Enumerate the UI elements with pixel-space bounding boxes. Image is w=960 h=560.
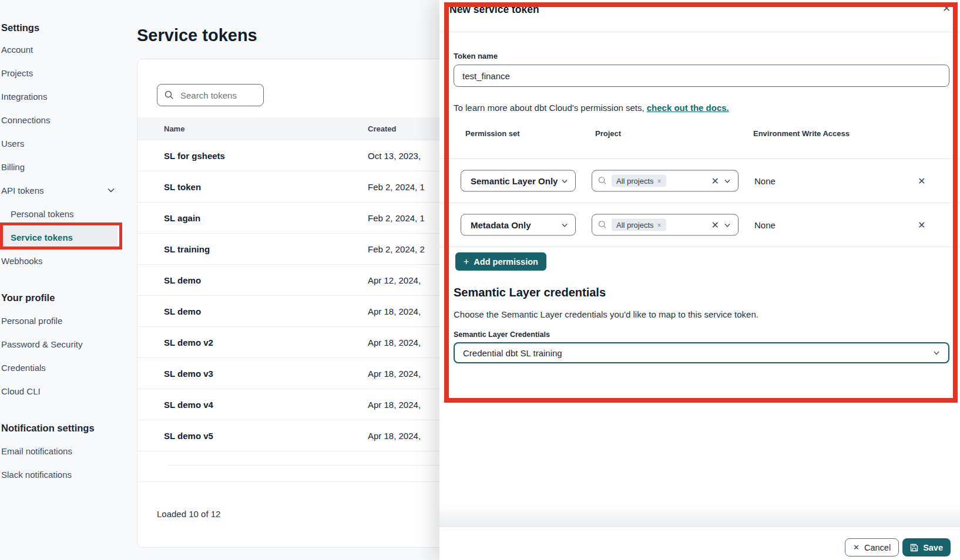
sidebar-heading-your-profile: Your profile <box>1 286 132 309</box>
docs-hint-text: To learn more about dbt Cloud's permissi… <box>454 103 645 113</box>
sidebar-item-api-tokens[interactable]: API tokens <box>1 178 132 202</box>
sidebar-heading-settings: Settings <box>1 18 132 38</box>
permission-row: Semantic Layer Only All projects × <box>439 159 960 203</box>
sidebar-item-slack-notifications[interactable]: Slack notifications <box>1 463 132 486</box>
column-header-name: Name <box>137 124 368 133</box>
permissions-header: Permission set Project Environment Write… <box>439 129 960 159</box>
token-name-cell: SL demo <box>137 275 368 285</box>
page-title: Service tokens <box>137 26 257 45</box>
new-service-token-drawer: New service token ✕ Token name To learn … <box>439 0 960 560</box>
drawer-footer: ✕ Cancel Save <box>439 527 960 560</box>
environment-write-access-value: None <box>754 220 776 230</box>
environment-write-access-value: None <box>754 176 776 186</box>
drawer-header: New service token ✕ <box>439 0 960 32</box>
token-name-field[interactable] <box>454 65 949 87</box>
sidebar-item-email-notifications[interactable]: Email notifications <box>1 439 132 463</box>
chevron-down-icon <box>561 177 568 184</box>
token-name-cell: SL demo v3 <box>137 369 368 379</box>
token-name-cell: SL demo <box>137 306 368 316</box>
save-icon <box>910 544 918 552</box>
plus-icon: + <box>464 257 469 267</box>
search-icon <box>598 177 607 185</box>
project-chip-label: All projects <box>616 221 654 230</box>
screen: Settings Account Projects Integrations C… <box>0 0 960 560</box>
sidebar-heading-notification-settings: Notification settings <box>1 417 132 439</box>
project-chip[interactable]: All projects × <box>612 175 666 187</box>
project-combobox[interactable]: All projects × ✕ <box>592 170 739 192</box>
permission-set-select[interactable]: Semantic Layer Only <box>461 170 576 192</box>
sidebar-item-account[interactable]: Account <box>1 38 132 61</box>
cancel-button[interactable]: ✕ Cancel <box>845 538 899 556</box>
sidebar-item-connections[interactable]: Connections <box>1 108 132 131</box>
add-permission-label: Add permission <box>474 257 538 266</box>
close-icon: ✕ <box>853 543 860 552</box>
footer-scroll-shadow <box>439 504 960 527</box>
add-permission-button[interactable]: + Add permission <box>455 252 546 271</box>
search-icon <box>165 90 174 100</box>
remove-permission-icon[interactable]: ✕ <box>918 176 925 187</box>
chevron-down-icon <box>107 186 115 194</box>
chip-remove-icon[interactable]: × <box>657 221 662 229</box>
chevron-down-icon <box>724 221 731 228</box>
chevron-down-icon <box>933 349 940 356</box>
sidebar-item-webhooks[interactable]: Webhooks <box>1 249 132 272</box>
sidebar-item-cloud-cli[interactable]: Cloud CLI <box>1 379 132 403</box>
clear-selection-icon[interactable]: ✕ <box>711 176 719 187</box>
permission-row: Metadata Only All projects × <box>439 203 960 247</box>
project-combobox[interactable]: All projects × ✕ <box>592 214 739 236</box>
token-name-cell: SL demo v4 <box>137 400 368 410</box>
sidebar-item-credentials[interactable]: Credentials <box>1 356 132 379</box>
token-name-label: Token name <box>454 52 960 60</box>
credential-value: Credential dbt SL training <box>463 348 562 358</box>
save-button[interactable]: Save <box>902 538 951 556</box>
permission-set-value: Semantic Layer Only <box>471 176 558 186</box>
permission-set-select[interactable]: Metadata Only <box>461 214 576 236</box>
sidebar-item-personal-tokens[interactable]: Personal tokens <box>1 202 132 225</box>
project-chip-label: All projects <box>616 177 654 185</box>
token-name-cell: SL demo v2 <box>137 338 368 348</box>
token-name-cell: SL for gsheets <box>137 151 368 161</box>
sidebar-item-service-tokens[interactable]: Service tokens <box>1 225 118 249</box>
search-tokens-input[interactable] <box>179 90 252 101</box>
search-icon <box>598 221 607 230</box>
docs-link[interactable]: check out the docs. <box>647 103 729 113</box>
sidebar-item-projects[interactable]: Projects <box>1 61 132 85</box>
chevron-down-icon <box>724 177 731 184</box>
search-tokens-box[interactable] <box>157 84 264 106</box>
sidebar-item-password-security[interactable]: Password & Security <box>1 332 132 356</box>
sidebar-item-billing[interactable]: Billing <box>1 155 132 178</box>
token-name-cell: SL training <box>137 244 368 254</box>
save-label: Save <box>923 543 943 552</box>
drawer-title: New service token <box>449 4 539 16</box>
permission-set-value: Metadata Only <box>471 220 531 230</box>
close-icon[interactable]: ✕ <box>942 3 951 15</box>
permissions-rows: Semantic Layer Only All projects × <box>439 159 960 247</box>
column-header-project: Project <box>595 129 621 138</box>
semantic-layer-credentials-label: Semantic Layer Credentials <box>454 330 960 339</box>
clear-selection-icon[interactable]: ✕ <box>711 220 719 231</box>
chip-remove-icon[interactable]: × <box>657 177 662 185</box>
sidebar-item-label: API tokens <box>1 185 44 195</box>
sidebar-item-integrations[interactable]: Integrations <box>1 85 132 108</box>
semantic-layer-credentials-heading: Semantic Layer credentials <box>454 286 960 299</box>
semantic-layer-credentials-description: Choose the Semantic Layer credentials yo… <box>454 309 960 319</box>
column-header-environment-write-access: Environment Write Access <box>753 129 850 138</box>
token-name-cell: SL demo v5 <box>137 431 368 441</box>
sidebar-item-users[interactable]: Users <box>1 131 132 155</box>
token-name-cell: SL token <box>137 182 368 192</box>
token-name-cell: SL again <box>137 213 368 223</box>
sidebar-item-personal-profile[interactable]: Personal profile <box>1 309 132 332</box>
cancel-label: Cancel <box>864 543 891 552</box>
remove-permission-icon[interactable]: ✕ <box>918 220 925 231</box>
column-header-permission-set: Permission set <box>465 129 520 138</box>
docs-hint: To learn more about dbt Cloud's permissi… <box>454 103 960 113</box>
project-chip[interactable]: All projects × <box>612 219 666 231</box>
settings-sidebar: Settings Account Projects Integrations C… <box>0 0 132 486</box>
chevron-down-icon <box>561 221 568 228</box>
semantic-layer-credentials-select[interactable]: Credential dbt SL training <box>454 342 949 363</box>
